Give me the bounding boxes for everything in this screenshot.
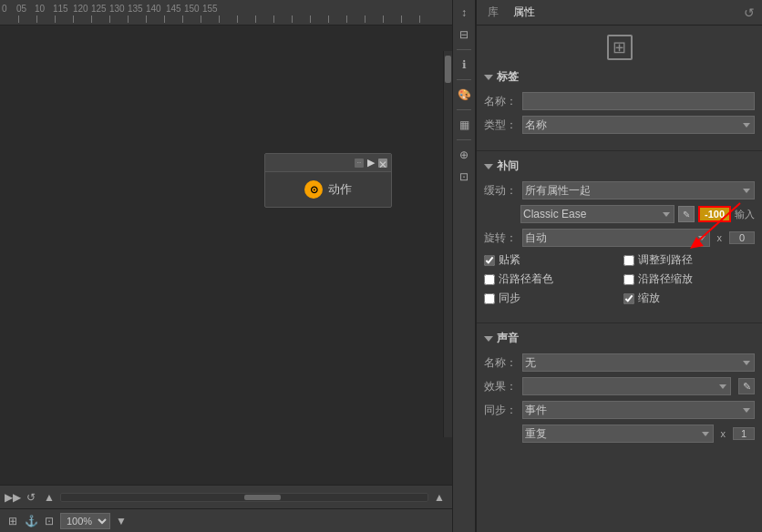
checkbox-adjust-path: 调整到路径 xyxy=(623,252,756,268)
prop-row-type: 类型： 名称 xyxy=(484,116,755,134)
props-header-right: ↺ xyxy=(744,5,755,20)
timeline-panel: 5s 6s 0 xyxy=(0,0,452,532)
center-icon[interactable]: ⊡ xyxy=(42,514,57,528)
grid-icon[interactable]: ⊞ xyxy=(5,514,20,528)
toolbar-info-icon[interactable]: ℹ xyxy=(455,56,473,74)
section-label-title: 标签 xyxy=(497,69,519,85)
toolbar-expand-icon[interactable]: ⊡ xyxy=(455,168,473,186)
zoom-select[interactable]: 100% 50% 200% xyxy=(60,513,110,529)
section-tween-triangle[interactable] xyxy=(484,164,493,169)
action-circle-icon: ⊙ xyxy=(304,180,323,199)
timeline-content: ·· ▶ ✕ ⊙ 动作 xyxy=(0,26,452,485)
rotate-x-label: x xyxy=(717,232,723,243)
divider-2 xyxy=(477,322,762,323)
adjust-path-checkbox[interactable] xyxy=(623,255,634,266)
section-tween-title: 补间 xyxy=(497,159,519,174)
ease-input-label: 输入 xyxy=(735,208,755,221)
props-body: ⊞ 标签 名称： 类型： 名称 补间 xyxy=(477,26,762,532)
toolbar-sep-3 xyxy=(457,109,471,110)
next-icon[interactable]: ▲ xyxy=(432,490,447,505)
prop-row-name: 名称： xyxy=(484,92,755,110)
scale-label: 缩放 xyxy=(638,291,660,306)
sound-row-sync: 同步： 事件 xyxy=(484,401,755,419)
refresh-icon[interactable]: ↺ xyxy=(744,5,755,20)
name-label: 名称： xyxy=(484,94,517,109)
floating-action-window[interactable]: ·· ▶ ✕ ⊙ 动作 xyxy=(264,153,392,208)
scale-checkbox[interactable] xyxy=(623,293,634,304)
ease-edit-button[interactable]: ✎ xyxy=(678,206,695,222)
path-color-checkbox[interactable] xyxy=(484,274,495,285)
window-arrow-btn[interactable]: ▶ xyxy=(367,157,375,169)
tab-properties[interactable]: 属性 xyxy=(510,3,539,22)
ease-row: Classic Ease ✎ 输入 xyxy=(484,205,755,223)
tab-library[interactable]: 库 xyxy=(484,3,502,22)
section-tween-content: 缓动： 所有属性一起 Classic Ease ✎ 输入 旋转： xyxy=(477,178,762,319)
sound-name-select[interactable]: 无 xyxy=(522,353,755,372)
timeline-bottom-bar-1: ▶▶ ↺ ▲ ▲ xyxy=(0,485,452,508)
toolbar-film-icon[interactable]: ▦ xyxy=(455,116,473,134)
checkbox-group: 贴紧 调整到路径 沿路径着色 沿路径缩放 同步 xyxy=(484,252,755,306)
rotate-label: 旋转： xyxy=(484,230,517,246)
toolbar-sep-2 xyxy=(457,79,471,80)
prop-row-rotate: 旋转： 自动 顺时针 逆时针 无 x xyxy=(484,229,755,247)
anchor-icon[interactable]: ⚓ xyxy=(24,514,38,528)
toolbar-arrow-icon[interactable]: ↕ xyxy=(455,4,473,22)
section-sound-triangle[interactable] xyxy=(484,336,493,342)
checkbox-sync: 同步 xyxy=(484,291,616,306)
divider-1 xyxy=(477,150,762,151)
action-label: 动作 xyxy=(328,181,352,198)
toolbar-paint-icon[interactable]: 🎨 xyxy=(455,86,473,104)
frame-icon: ⊞ xyxy=(607,35,633,60)
sound-sync-label: 同步： xyxy=(484,403,517,418)
pencil-icon: ✎ xyxy=(683,210,690,220)
sync-checkbox[interactable] xyxy=(484,293,495,304)
sound-sync-select[interactable]: 事件 xyxy=(522,401,755,419)
timeline-scrollbar-h[interactable] xyxy=(60,493,428,502)
sound-row-name: 名称： 无 xyxy=(484,353,755,372)
section-label-triangle[interactable] xyxy=(484,75,493,80)
checkbox-path-color: 沿路径着色 xyxy=(484,271,616,287)
sound-repeat-input[interactable] xyxy=(733,427,755,440)
timeline-scrollbar-v[interactable] xyxy=(443,51,452,437)
window-close-btn[interactable]: ✕ xyxy=(378,159,387,168)
floating-window-title: ·· ▶ ✕ xyxy=(265,154,391,172)
rotate-count-input[interactable] xyxy=(729,231,755,244)
rotate-select[interactable]: 自动 顺时针 逆时针 无 xyxy=(522,229,710,247)
path-scale-label: 沿路径缩放 xyxy=(638,271,693,287)
name-input[interactable] xyxy=(522,92,755,110)
timeline-scrollbar-thumb[interactable] xyxy=(445,56,451,83)
sound-name-label: 名称： xyxy=(484,355,517,371)
zoom-dropdown-icon[interactable]: ▼ xyxy=(114,514,129,528)
sound-row-repeat: 重复 x xyxy=(484,425,755,443)
timeline-ruler: 5s 6s 0 xyxy=(0,0,452,26)
type-select[interactable]: 名称 xyxy=(522,116,755,134)
section-tween-header[interactable]: 补间 xyxy=(477,155,762,178)
toolbar-grid-icon[interactable]: ⊟ xyxy=(455,26,473,44)
classic-ease-select[interactable]: Classic Ease xyxy=(520,205,674,223)
ease-value-input[interactable] xyxy=(698,206,731,222)
checkbox-path-scale: 沿路径缩放 xyxy=(623,271,756,287)
window-dots-btn[interactable]: ·· xyxy=(355,159,364,168)
scrollbar-thumb-h xyxy=(244,495,281,500)
sync-label: 同步 xyxy=(499,291,520,306)
camera-icon[interactable]: ▶▶ xyxy=(5,490,20,505)
prev-icon[interactable]: ▲ xyxy=(42,490,57,505)
path-color-label: 沿路径着色 xyxy=(499,271,553,287)
sound-row-effect: 效果： ✎ xyxy=(484,377,755,395)
play-icon[interactable]: ↺ xyxy=(24,490,38,505)
sound-effect-select[interactable] xyxy=(522,377,731,395)
section-label-header[interactable]: 标签 xyxy=(477,66,762,88)
section-sound-content: 名称： 无 效果： ✎ 同步： 事件 xyxy=(477,350,762,455)
section-sound-title: 声音 xyxy=(497,331,519,346)
properties-panel: 库 属性 ↺ ⊞ 标签 名称： 类型： 名称 xyxy=(476,0,762,532)
toolbar-search-icon[interactable]: ⊕ xyxy=(455,146,473,164)
ease-all-select[interactable]: 所有属性一起 xyxy=(522,181,755,200)
paste-checkbox[interactable] xyxy=(484,255,495,266)
sound-repeat-select[interactable]: 重复 xyxy=(522,425,714,443)
adjust-path-label: 调整到路径 xyxy=(638,252,693,268)
sound-edit-button[interactable]: ✎ xyxy=(738,378,755,394)
path-scale-checkbox[interactable] xyxy=(623,274,634,285)
frame-icon-area: ⊞ xyxy=(477,29,762,66)
section-label-content: 名称： 类型： 名称 xyxy=(477,88,762,147)
section-sound-header[interactable]: 声音 xyxy=(477,327,762,350)
